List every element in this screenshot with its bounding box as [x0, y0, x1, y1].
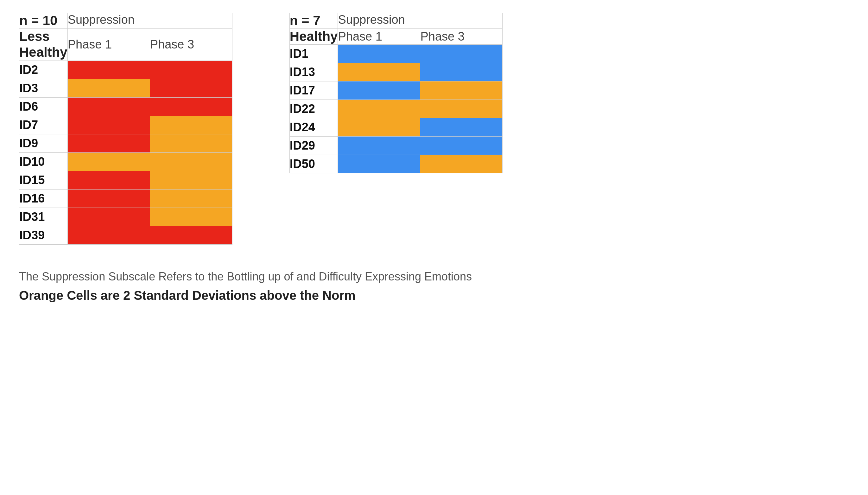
right-phase1-label: Phase 1: [338, 29, 420, 45]
table-row: ID22: [289, 100, 502, 118]
phase1-cell: [338, 118, 420, 137]
id-cell: ID29: [289, 137, 338, 155]
table-row: ID50: [289, 155, 502, 173]
phase1-cell: [338, 45, 420, 63]
left-category-label: LessHealthy: [19, 29, 68, 61]
id-cell: ID24: [289, 118, 338, 137]
id-cell: ID22: [289, 100, 338, 118]
phase1-cell: [68, 97, 150, 116]
id-cell: ID3: [19, 79, 68, 97]
table-row: ID10: [19, 152, 232, 171]
id-cell: ID39: [19, 226, 68, 244]
phase1-cell: [338, 155, 420, 173]
phase1-cell: [68, 171, 150, 189]
phase3-cell: [420, 118, 502, 137]
phase3-cell: [420, 137, 502, 155]
phase3-cell: [150, 116, 232, 134]
phase3-cell: [150, 61, 232, 79]
id-cell: ID2: [19, 61, 68, 79]
phase3-cell: [420, 155, 502, 173]
table-row: ID7: [19, 116, 232, 134]
phase3-cell: [420, 100, 502, 118]
id-cell: ID17: [289, 82, 338, 100]
id-cell: ID9: [19, 134, 68, 152]
id-cell: ID13: [289, 63, 338, 82]
table-row: ID15: [19, 171, 232, 189]
phase3-cell: [150, 226, 232, 244]
table-row: ID29: [289, 137, 502, 155]
table-row: ID6: [19, 97, 232, 116]
id-cell: ID1: [289, 45, 338, 63]
phase1-cell: [68, 116, 150, 134]
phase3-cell: [420, 45, 502, 63]
phase3-cell: [420, 63, 502, 82]
table-row: ID17: [289, 82, 502, 100]
table-row: ID2: [19, 61, 232, 79]
left-table: n = 10 Suppression LessHealthy Phase 1 P…: [19, 13, 232, 245]
id-cell: ID6: [19, 97, 68, 116]
right-suppression-label: Suppression: [338, 13, 502, 29]
id-cell: ID15: [19, 171, 68, 189]
tables-container: n = 10 Suppression LessHealthy Phase 1 P…: [19, 13, 849, 245]
phase1-cell: [338, 100, 420, 118]
phase1-cell: [68, 208, 150, 226]
phase1-cell: [338, 82, 420, 100]
table-row: ID24: [289, 118, 502, 137]
phase3-cell: [150, 189, 232, 208]
phase1-cell: [68, 152, 150, 171]
id-cell: ID16: [19, 189, 68, 208]
id-cell: ID10: [19, 152, 68, 171]
table-row: ID9: [19, 134, 232, 152]
phase1-cell: [68, 226, 150, 244]
left-suppression-label: Suppression: [68, 13, 232, 29]
table-row: ID31: [19, 208, 232, 226]
left-phase3-label: Phase 3: [150, 29, 232, 61]
id-cell: ID7: [19, 116, 68, 134]
right-n-label: n = 7: [289, 13, 338, 29]
right-table: n = 7 Suppression Healthy Phase 1 Phase …: [289, 13, 503, 173]
table-row: ID39: [19, 226, 232, 244]
right-phase3-label: Phase 3: [420, 29, 502, 45]
phase3-cell: [150, 171, 232, 189]
id-cell: ID31: [19, 208, 68, 226]
phase3-cell: [150, 152, 232, 171]
phase3-cell: [150, 134, 232, 152]
left-phase1-label: Phase 1: [68, 29, 150, 61]
table-row: ID1: [289, 45, 502, 63]
footnote-normal: The Suppression Subscale Refers to the B…: [19, 270, 849, 283]
phase1-cell: [68, 189, 150, 208]
phase3-cell: [150, 208, 232, 226]
phase1-cell: [68, 61, 150, 79]
phase1-cell: [68, 134, 150, 152]
phase3-cell: [150, 79, 232, 97]
phase3-cell: [150, 97, 232, 116]
footnote-bold: Orange Cells are 2 Standard Deviations a…: [19, 288, 849, 303]
table-row: ID3: [19, 79, 232, 97]
phase3-cell: [420, 82, 502, 100]
phase1-cell: [338, 63, 420, 82]
phase1-cell: [68, 79, 150, 97]
phase1-cell: [338, 137, 420, 155]
id-cell: ID50: [289, 155, 338, 173]
right-category-label: Healthy: [289, 29, 338, 45]
table-row: ID13: [289, 63, 502, 82]
table-row: ID16: [19, 189, 232, 208]
left-n-label: n = 10: [19, 13, 68, 29]
